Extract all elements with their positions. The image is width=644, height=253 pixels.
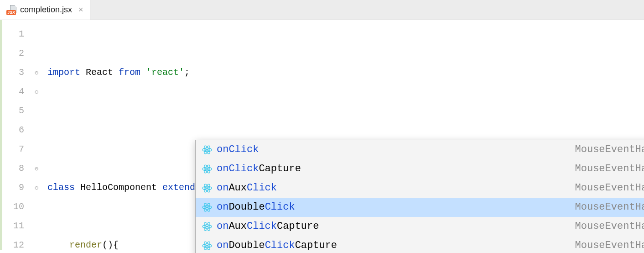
completion-type: MouseEventHandler (575, 198, 644, 217)
completion-name: onAuxClick (217, 179, 277, 198)
vcs-modified-marker (0, 20, 2, 250)
completion-item[interactable]: onClickCaptureMouseEventHandler (196, 159, 644, 179)
line-number: 4 (0, 82, 24, 101)
line-number: 10 (0, 197, 24, 216)
svg-point-16 (206, 226, 208, 227)
completion-type: MouseEventHandler (575, 217, 644, 236)
line-number: 12 (0, 236, 24, 253)
file-tab[interactable]: JSX completion.jsx × (0, 0, 90, 20)
tab-bar: JSX completion.jsx × (0, 0, 644, 20)
line-number: 5 (0, 101, 24, 121)
svg-point-20 (206, 245, 208, 247)
jsx-file-icon: JSX (6, 5, 16, 15)
fold-icon[interactable]: ⊖ (29, 83, 44, 102)
completion-item[interactable]: onDoubleClickCaptureMouseEventHandler (196, 236, 644, 253)
line-number: 11 (0, 216, 24, 236)
close-icon[interactable]: × (78, 5, 83, 15)
fold-icon[interactable]: ⊖ (29, 63, 44, 83)
completion-name: onClick (217, 140, 259, 159)
line-number: 6 (0, 121, 24, 140)
code-area[interactable]: import React from 'react'; class HelloCo… (44, 20, 644, 253)
svg-point-8 (206, 187, 208, 189)
code-line (44, 121, 644, 140)
completion-name: onAuxClickCapture (217, 217, 319, 236)
completion-name: onDoubleClickCapture (217, 236, 337, 253)
svg-point-0 (206, 149, 208, 151)
react-icon (202, 241, 212, 251)
react-icon (202, 164, 212, 174)
code-editor[interactable]: 123456789101112 ⊖⊖⊖⊖ import React from '… (0, 20, 644, 253)
react-icon (202, 183, 212, 193)
line-number: 2 (0, 44, 24, 63)
completion-item[interactable]: onAuxClickMouseEventHandler (196, 179, 644, 198)
fold-icon[interactable]: ⊖ (29, 159, 44, 179)
completion-item[interactable]: onDoubleClickMouseEventHandler (196, 198, 644, 217)
completion-type: MouseEventHandler (575, 140, 644, 159)
completion-popup[interactable]: onClickMouseEventHandleronClickCaptureMo… (195, 140, 644, 253)
fold-icon[interactable]: ⊖ (29, 179, 44, 198)
completion-name: onDoubleClick (217, 198, 295, 217)
tab-filename: completion.jsx (20, 5, 72, 15)
line-number: 9 (0, 178, 24, 197)
code-line: import React from 'react'; (44, 63, 644, 82)
svg-point-4 (206, 168, 208, 170)
svg-point-12 (206, 206, 208, 208)
completion-type: MouseEventHandler (575, 159, 644, 179)
completion-name: onClickCapture (217, 159, 301, 179)
line-number-gutter: 123456789101112 (0, 20, 29, 253)
fold-gutter: ⊖⊖⊖⊖ (29, 20, 44, 253)
completion-type: MouseEventHandler (575, 179, 644, 198)
completion-item[interactable]: onAuxClickCaptureMouseEventHandler (196, 217, 644, 236)
completion-type: MouseEventHandler (575, 236, 644, 253)
line-number: 8 (0, 159, 24, 178)
line-number: 1 (0, 25, 24, 44)
completion-item[interactable]: onClickMouseEventHandler (196, 140, 644, 159)
react-icon (202, 145, 212, 155)
react-icon (202, 202, 212, 212)
line-number: 7 (0, 140, 24, 159)
react-icon (202, 221, 212, 232)
line-number: 3 (0, 63, 24, 82)
